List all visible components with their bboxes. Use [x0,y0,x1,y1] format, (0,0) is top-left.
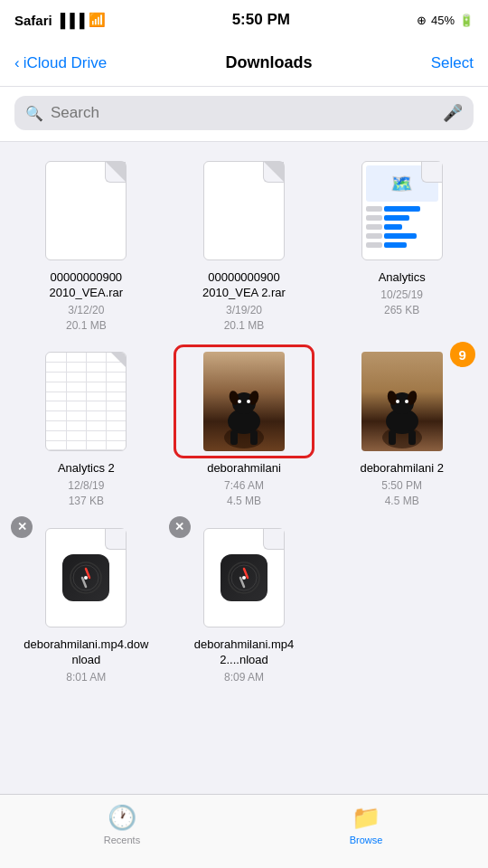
list-item[interactable]: 🗺️ Analytics10/25/19 265 KB [326,156,477,333]
tab-recents-label: Recents [104,835,140,845]
browse-icon: 📁 [352,804,380,832]
file-name: 00000000900 2010_VEA.rar [21,270,152,301]
file-thumb-wrap: 🗺️ [334,156,470,265]
cancel-download-button[interactable]: ✕ [169,516,191,538]
search-bar[interactable]: 🔍 🎤 [14,96,474,130]
file-icon [203,528,285,627]
status-bar: Safari ▐▐▐ 📶 5:50 PM ⊕ 45% 🔋 [0,0,488,40]
mic-icon[interactable]: 🎤 [443,103,463,123]
file-meta: 3/12/20 20.1 MB [66,303,107,334]
svg-point-15 [405,400,408,403]
tab-bar: 🕐 Recents 📁 Browse [0,794,488,868]
file-thumb-wrap [176,347,312,456]
recents-icon: 🕐 [108,804,136,832]
list-item[interactable]: 9 deborahmilani 25:50 PM 4.5 MB [326,347,477,508]
file-meta: 5:50 PM 4.5 MB [381,478,422,509]
file-name: deborahmilani 2 [360,461,444,476]
file-name: deborahmilani.mp4.download [21,637,152,668]
list-item[interactable]: 00000000900 2010_VEA 2.rar3/19/20 20.1 M… [169,156,320,333]
file-icon [203,352,285,451]
carrier-label: Safari [14,13,52,28]
status-time: 5:50 PM [232,11,290,29]
file-thumb-wrap: 9 [334,347,470,456]
file-meta: 8:09 AM [224,670,264,685]
notification-badge: 9 [450,342,475,367]
search-container: 🔍 🎤 [0,87,488,142]
file-name: Analytics 2 [58,461,115,476]
file-icon [203,161,285,260]
file-icon [361,352,443,451]
svg-point-27 [242,576,246,580]
battery-icon: 🔋 [459,14,474,27]
signal-icon: ▐▐▐ [56,13,85,28]
back-button[interactable]: ‹ iCloud Drive [14,54,107,72]
svg-point-14 [396,400,399,403]
nav-bar: ‹ iCloud Drive Downloads Select [0,40,488,87]
back-label: iCloud Drive [23,54,108,72]
file-thumb-wrap: ✕ [176,524,312,632]
file-thumb-wrap [176,156,312,265]
tab-browse[interactable]: 📁 Browse [330,804,402,845]
svg-rect-16 [389,430,396,445]
file-thumb-wrap [18,347,154,456]
file-name: deborahmilani [207,461,281,476]
list-item[interactable]: deborahmilani7:46 AM 4.5 MB [169,347,320,508]
tab-browse-label: Browse [350,835,383,845]
list-item[interactable]: ✕ deborahmilani.mp4 2....nload8:09 AM [169,524,320,685]
svg-point-22 [84,576,88,580]
cancel-download-button[interactable]: ✕ [11,516,33,538]
battery-label: 45% [431,14,455,27]
file-icon [45,161,127,260]
svg-rect-8 [250,430,258,445]
search-icon: 🔍 [25,105,43,122]
file-name: deborahmilani.mp4 2....nload [178,637,309,668]
file-name: 00000000900 2010_VEA 2.rar [178,270,309,301]
status-right: ⊕ 45% 🔋 [417,14,474,27]
svg-point-5 [238,400,241,403]
file-meta: 3/19/20 20.1 MB [224,303,265,334]
tab-recents[interactable]: 🕐 Recents [86,804,158,845]
file-icon [45,352,127,451]
file-meta: 10/25/19 265 KB [380,288,423,318]
file-name: Analytics [379,270,426,286]
location-icon: ⊕ [417,14,427,27]
file-meta: 8:01 AM [66,670,106,685]
svg-rect-7 [230,430,238,445]
svg-rect-17 [408,430,416,445]
file-meta: 12/8/19 137 KB [68,478,104,509]
file-thumb-wrap [18,156,154,265]
list-item[interactable]: 00000000900 2010_VEA.rar3/12/20 20.1 MB [11,156,162,333]
select-button[interactable]: Select [431,54,474,72]
list-item[interactable]: ✕ deborahmilani.mp4.download8:01 AM [11,524,162,685]
file-icon [45,528,127,627]
file-icon: 🗺️ [361,161,443,260]
file-meta: 7:46 AM 4.5 MB [224,478,264,509]
svg-point-6 [247,400,250,403]
files-grid: 00000000900 2010_VEA.rar3/12/20 20.1 MB0… [0,142,488,699]
list-item[interactable]: Analytics 212/8/19 137 KB [11,347,162,508]
wifi-icon: 📶 [89,12,106,28]
status-left: Safari ▐▐▐ 📶 [14,12,106,28]
search-input[interactable] [51,104,436,122]
file-thumb-wrap: ✕ [18,524,154,632]
chevron-left-icon: ‹ [14,54,20,72]
page-title: Downloads [226,53,313,72]
